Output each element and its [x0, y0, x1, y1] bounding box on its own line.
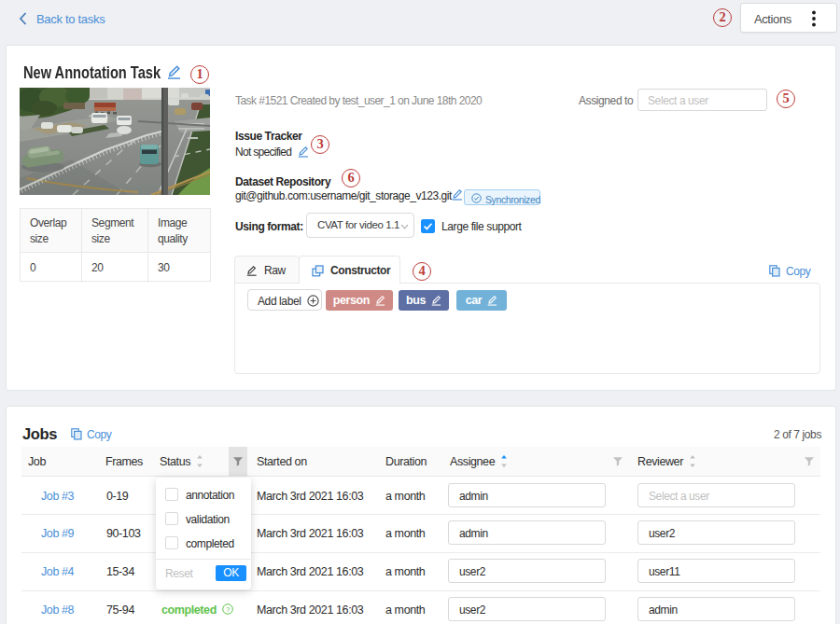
svg-text:?: ?: [226, 605, 231, 614]
